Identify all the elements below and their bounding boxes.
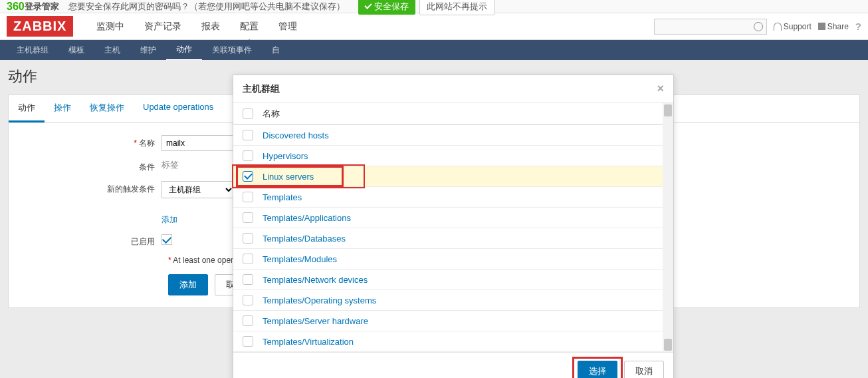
- modal-select-button[interactable]: 选择: [578, 361, 617, 378]
- name-label: *名称: [22, 135, 162, 149]
- modal-row-1[interactable]: Hypervisors: [233, 146, 663, 166]
- add-condition-link[interactable]: 添加: [162, 215, 177, 224]
- modal-item-label[interactable]: Templates/Databases: [263, 234, 346, 244]
- modal-row-0[interactable]: Discovered hosts: [233, 125, 663, 146]
- enabled-label: 已启用: [22, 234, 162, 248]
- modal-checkbox-3[interactable]: [243, 192, 253, 202]
- tab-update-ops[interactable]: Update operations: [134, 95, 223, 122]
- modal-cancel-button[interactable]: 取消: [624, 361, 664, 378]
- secure-save-button[interactable]: 安全保存: [358, 0, 415, 15]
- check-icon: [364, 1, 372, 9]
- modal-item-label[interactable]: Templates: [263, 192, 302, 202]
- modal-row-9[interactable]: Templates/Server hardware: [233, 311, 663, 331]
- nav-admin[interactable]: 管理: [269, 14, 307, 39]
- modal-checkbox-0[interactable]: [243, 130, 253, 140]
- form-add-button[interactable]: 添加: [168, 274, 208, 295]
- nav-reports[interactable]: 报表: [191, 14, 230, 39]
- subnav-maintenance[interactable]: 维护: [130, 41, 166, 60]
- modal-item-label[interactable]: Templates/Applications: [263, 213, 351, 223]
- zabbix-logo[interactable]: ZABBIX: [7, 16, 73, 37]
- modal-item-label[interactable]: Discovered hosts: [263, 130, 329, 140]
- modal-scrollbar[interactable]: [663, 103, 673, 352]
- condition-label: 条件: [22, 159, 162, 173]
- modal-header: 主机群组 ×: [233, 75, 673, 103]
- nav-monitoring[interactable]: 监测中: [86, 14, 134, 39]
- main-content: 动作 动作 操作 恢复操作 Update operations *名称 条件 标…: [0, 60, 868, 378]
- modal-row-5[interactable]: Templates/Databases: [233, 228, 663, 249]
- modal-checkbox-8[interactable]: [243, 295, 253, 305]
- help-icon[interactable]: ?: [855, 21, 861, 32]
- search-input[interactable]: [654, 19, 767, 35]
- modal-checkbox-4[interactable]: [243, 212, 253, 223]
- modal-item-label[interactable]: Templates/Operating systems: [263, 295, 376, 305]
- subnav-hostgroups[interactable]: 主机群组: [7, 41, 58, 60]
- headphone-icon: [774, 23, 782, 31]
- main-navbar: ZABBIX 监测中 资产记录 报表 配置 管理 Support Share ?: [0, 13, 868, 40]
- modal-row-4[interactable]: Templates/Applications: [233, 208, 663, 228]
- brand-suffix: 登录管家: [25, 1, 59, 13]
- modal-list-header: 名称: [233, 103, 663, 125]
- browser-topbar: 360 登录管家 您要安全保存此网页的密码吗？（若您使用网吧等公共电脑不建议保存…: [0, 0, 868, 13]
- modal-row-7[interactable]: Templates/Network devices: [233, 270, 663, 290]
- subnav-templates[interactable]: 模板: [58, 41, 94, 60]
- modal-checkbox-6[interactable]: [243, 254, 253, 264]
- modal-title: 主机群组: [243, 83, 280, 95]
- sub-navbar: 主机群组 模板 主机 维护 动作 关联项事件 自: [0, 40, 868, 60]
- modal-row-3[interactable]: Templates: [233, 187, 663, 208]
- scroll-up-icon[interactable]: [664, 104, 672, 116]
- hostgroup-modal: 主机群组 × 名称 Discovered hostsHypervisorsLin…: [233, 75, 674, 378]
- tab-recovery[interactable]: 恢复操作: [80, 95, 134, 122]
- modal-row-8[interactable]: Templates/Operating systems: [233, 290, 663, 311]
- modal-item-label[interactable]: Templates/Network devices: [263, 275, 368, 285]
- modal-item-label[interactable]: Templates/Virtualization: [263, 337, 354, 347]
- modal-item-label[interactable]: Templates/Server hardware: [263, 316, 368, 326]
- modal-checkbox-2[interactable]: [243, 171, 253, 182]
- modal-footer: 选择 取消: [233, 352, 673, 378]
- modal-checkbox-10[interactable]: [243, 336, 253, 347]
- modal-body: 名称 Discovered hostsHypervisorsLinux serv…: [233, 103, 673, 352]
- never-prompt-button[interactable]: 此网站不再提示: [419, 0, 494, 15]
- share-link[interactable]: Share: [818, 22, 849, 31]
- scroll-down-icon[interactable]: [664, 339, 672, 351]
- header-tools: Support Share ?: [654, 19, 861, 35]
- modal-row-10[interactable]: Templates/Virtualization: [233, 331, 663, 352]
- modal-col-name: 名称: [263, 108, 280, 120]
- nav-items: 监测中 资产记录 报表 配置 管理: [86, 14, 307, 39]
- subnav-hosts[interactable]: 主机: [94, 41, 130, 60]
- modal-checkbox-9[interactable]: [243, 315, 253, 326]
- modal-row-6[interactable]: Templates/Modules: [233, 249, 663, 270]
- subnav-actions[interactable]: 动作: [166, 40, 202, 61]
- trigger-type-select[interactable]: 主机群组: [162, 181, 235, 198]
- modal-row-2[interactable]: Linux servers: [233, 166, 663, 187]
- enabled-checkbox[interactable]: [162, 234, 172, 245]
- modal-checkbox-5[interactable]: [243, 233, 253, 244]
- tab-action[interactable]: 动作: [9, 95, 45, 122]
- select-all-checkbox[interactable]: [243, 108, 253, 119]
- modal-checkbox-1[interactable]: [243, 150, 253, 161]
- trigger-condition-label: 新的触发条件: [22, 181, 162, 195]
- close-icon[interactable]: ×: [657, 82, 664, 96]
- modal-list: 名称 Discovered hostsHypervisorsLinux serv…: [233, 103, 663, 352]
- modal-item-label[interactable]: Hypervisors: [263, 151, 308, 161]
- condition-header: 标签: [162, 160, 179, 170]
- nav-inventory[interactable]: 资产记录: [134, 14, 191, 39]
- support-link[interactable]: Support: [774, 22, 812, 31]
- share-icon: [818, 23, 825, 30]
- subnav-correlation[interactable]: 关联项事件: [202, 41, 262, 60]
- modal-item-label[interactable]: Templates/Modules: [263, 254, 337, 264]
- save-prompt: 您要安全保存此网页的密码吗？（若您使用网吧等公共电脑不建议保存）: [68, 1, 345, 13]
- brand-prefix: 360: [7, 1, 25, 13]
- tab-operations[interactable]: 操作: [45, 95, 80, 122]
- modal-item-label[interactable]: Linux servers: [263, 172, 314, 182]
- nav-configuration[interactable]: 配置: [230, 14, 269, 39]
- subnav-auto[interactable]: 自: [262, 41, 290, 60]
- modal-checkbox-7[interactable]: [243, 274, 253, 285]
